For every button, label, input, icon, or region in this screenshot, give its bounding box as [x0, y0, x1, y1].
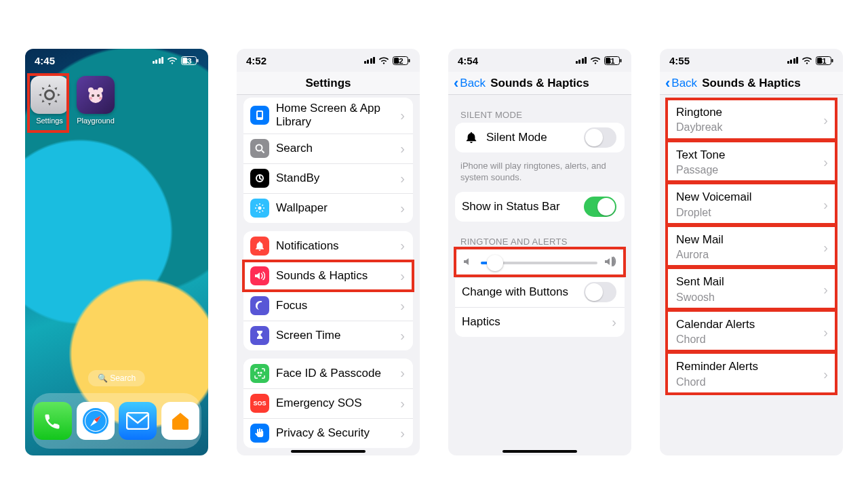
- home-indicator: [502, 450, 577, 453]
- svg-line-30: [262, 205, 264, 206]
- back-label: Back: [671, 77, 697, 90]
- wifi-icon: [378, 56, 389, 64]
- svg-point-3: [45, 91, 54, 100]
- back-button[interactable]: ‹ Back: [454, 72, 486, 94]
- row-label: Search: [276, 142, 313, 155]
- group-sound-list: RingtoneDaybreak›Text TonePassage›New Vo…: [667, 99, 836, 395]
- envelope-icon: [126, 412, 149, 430]
- row-value: Swoosh: [676, 291, 715, 304]
- row-haptics[interactable]: Haptics ›: [455, 307, 625, 337]
- home-indicator: [291, 450, 366, 453]
- dock-phone[interactable]: [34, 402, 72, 440]
- row-volume-slider[interactable]: [455, 249, 625, 277]
- bell-icon: [250, 237, 269, 256]
- row-change-with-buttons[interactable]: Change with Buttons: [455, 277, 625, 307]
- svg-rect-14: [127, 413, 149, 429]
- wallpaper-icon: [250, 199, 269, 218]
- settings-row-screen-time[interactable]: Screen Time›: [243, 321, 413, 350]
- row-label: Face ID & Passcode: [276, 367, 381, 380]
- app-settings[interactable]: Settings: [31, 76, 68, 125]
- svg-point-5: [92, 94, 94, 97]
- chevron-right-icon: ›: [823, 155, 828, 170]
- svg-rect-17: [409, 59, 410, 62]
- volume-high-icon: [604, 256, 616, 270]
- row-silent-mode[interactable]: Silent Mode: [455, 123, 625, 152]
- sound-row-new-voicemail[interactable]: New VoicemailDroplet›: [667, 183, 836, 226]
- chevron-right-icon: ›: [400, 328, 405, 344]
- settings-row-home-screen-app-library[interactable]: Home Screen & App Library›: [243, 98, 413, 134]
- row-value: Droplet: [676, 206, 711, 219]
- chevron-right-icon: ›: [400, 238, 405, 253]
- svg-point-9: [88, 87, 94, 93]
- settings-row-search[interactable]: Search›: [243, 134, 413, 163]
- row-label: Privacy & Security: [276, 426, 370, 440]
- speaker-icon: [250, 266, 269, 285]
- compass-icon: [81, 406, 111, 436]
- playground-icon: [77, 76, 115, 114]
- sound-row-reminder-alerts[interactable]: Reminder AlertsChord›: [667, 352, 836, 395]
- hand-icon: [250, 424, 269, 443]
- settings-row-wallpaper[interactable]: Wallpaper›: [243, 193, 413, 223]
- dock-mail[interactable]: [119, 402, 157, 440]
- navbar-settings: Settings: [237, 72, 420, 95]
- row-label: Home Screen & App Library: [276, 102, 400, 129]
- svg-line-31: [256, 211, 258, 212]
- row-title: Reminder Alerts: [676, 360, 758, 373]
- row-label: Screen Time: [276, 329, 340, 342]
- row-show-in-statusbar[interactable]: Show in Status Bar: [455, 192, 625, 222]
- phone-icon: [43, 411, 63, 431]
- app-label: Settings: [31, 117, 68, 125]
- row-title: New Mail: [676, 233, 724, 247]
- chevron-right-icon: ›: [823, 239, 828, 255]
- group-silent: Silent Mode: [455, 123, 625, 152]
- svg-point-6: [97, 94, 100, 97]
- chevron-right-icon: ›: [400, 396, 405, 411]
- sound-row-calendar-alerts[interactable]: Calendar AlertsChord›: [667, 310, 836, 353]
- settings-row-focus[interactable]: Focus›: [243, 291, 413, 321]
- dock-safari[interactable]: [77, 402, 115, 440]
- settings-group-security: Face ID & Passcode›SOSEmergency SOS›Priv…: [243, 359, 413, 448]
- status-time: 4:55: [669, 55, 690, 66]
- sound-row-ringtone[interactable]: RingtoneDaybreak›: [667, 99, 836, 141]
- svg-point-10: [98, 87, 103, 93]
- chevron-right-icon: ›: [823, 367, 828, 382]
- row-label: Focus: [276, 299, 307, 312]
- svg-point-7: [90, 97, 92, 100]
- row-value: Chord: [676, 333, 706, 346]
- sounds-scroller[interactable]: SILENT MODE Silent Mode iPhone will play…: [448, 95, 631, 455]
- settings-row-privacy-security[interactable]: Privacy & Security›: [243, 418, 413, 448]
- settings-row-emergency-sos[interactable]: SOSEmergency SOS›: [243, 388, 413, 418]
- section-header-ringtone: RINGTONE AND ALERTS: [460, 237, 619, 247]
- chevron-right-icon: ›: [400, 108, 405, 123]
- tutorial-stage: 4:45 33 Settings Playgr: [0, 0, 868, 488]
- chevron-right-icon: ›: [823, 197, 828, 212]
- row-value: Chord: [676, 375, 706, 388]
- back-button[interactable]: ‹ Back: [665, 72, 697, 94]
- navbar-title: Sounds & Haptics: [702, 77, 800, 90]
- sound-row-sent-mail[interactable]: Sent MailSwoosh›: [667, 268, 836, 310]
- slider-thumb[interactable]: [487, 255, 503, 271]
- chevron-right-icon: ›: [400, 426, 405, 441]
- panel-sounds-controls: 4:54 31 ‹ Back Sounds & Haptics SILENT M…: [448, 49, 631, 455]
- settings-scroller[interactable]: Home Screen & App Library›Search›StandBy…: [237, 95, 420, 455]
- settings-row-standby[interactable]: StandBy›: [243, 163, 413, 193]
- svg-point-20: [256, 145, 262, 151]
- sound-row-text-tone[interactable]: Text TonePassage›: [667, 141, 836, 184]
- settings-row-face-id-passcode[interactable]: Face ID & Passcode›: [243, 359, 413, 388]
- home-search-pill[interactable]: 🔍 Search: [88, 370, 145, 386]
- row-label: Silent Mode: [486, 131, 547, 144]
- sound-row-new-mail[interactable]: New MailAurora›: [667, 226, 836, 268]
- toggle-silent-mode[interactable]: [584, 127, 616, 148]
- battery-icon: 31: [816, 56, 833, 65]
- toggle-show-statusbar[interactable]: [584, 197, 616, 217]
- status-bar: 4:54 31: [448, 49, 631, 72]
- settings-row-sounds-haptics[interactable]: Sounds & Haptics›: [243, 261, 413, 291]
- app-playground[interactable]: Playground: [77, 76, 115, 125]
- navbar-sounds: ‹ Back Sounds & Haptics: [448, 72, 631, 95]
- svg-point-23: [258, 207, 262, 210]
- sound-list-scroller[interactable]: RingtoneDaybreak›Text TonePassage›New Vo…: [660, 95, 843, 455]
- settings-row-notifications[interactable]: Notifications›: [243, 231, 413, 261]
- dock-home[interactable]: [161, 402, 199, 440]
- toggle-change-buttons[interactable]: [584, 282, 616, 302]
- volume-slider[interactable]: [481, 262, 597, 264]
